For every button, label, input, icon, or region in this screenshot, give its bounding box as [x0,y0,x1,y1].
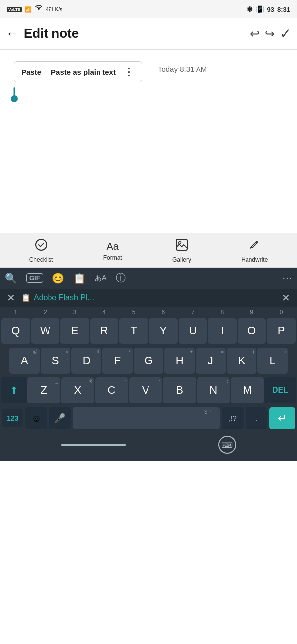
dot-key[interactable]: . [246,407,267,429]
redo-button[interactable]: ↪ [265,27,275,41]
number-row: 1 2 3 4 5 6 7 8 9 0 [0,307,297,316]
key-w[interactable]: W [31,318,60,344]
gallery-tool[interactable]: Gallery [172,238,191,263]
key-t[interactable]: T [119,318,148,344]
shift-key[interactable]: ⬆ [1,377,27,403]
svg-rect-2 [176,239,187,250]
clipboard-item-icon: 📋 [21,293,31,302]
kb-search-icon[interactable]: 🔍 [5,272,17,284]
key-p[interactable]: P [267,318,296,344]
handwrite-label: Handwrite [241,256,268,263]
kb-clipboard-icon[interactable]: 📋 [73,272,86,284]
key-i[interactable]: I [208,318,237,344]
num-8[interactable]: 8 [207,309,237,316]
battery-level: 93 [267,6,274,13]
enter-key[interactable]: ↵ [269,407,295,429]
key-b[interactable]: B [163,377,196,403]
key-k[interactable]: (K [227,348,257,374]
numbers-key[interactable]: 123 [2,409,23,427]
format-label: Format [103,254,122,261]
back-button[interactable]: ← [6,26,19,41]
key-j[interactable]: =J [196,348,226,374]
format-icon: Aa [106,241,118,252]
app-bar-actions: ↩ ↪ ✓ [250,25,291,42]
home-pill[interactable] [61,444,126,446]
num-7[interactable]: 7 [178,309,208,316]
keyboard-top-row: 🔍 GIF 😊 📋 あA ⓘ ⋯ [0,268,297,289]
note-timestamp: Today 8:31 AM [158,65,207,73]
zxcv-row: ⬆ _Z ₹X "C 'V B :N ;M DEL [0,376,297,405]
svg-point-0 [38,8,40,10]
checklist-label: Checklist [29,256,53,263]
save-button[interactable]: ✓ [280,25,291,42]
num-2[interactable]: 2 [31,309,60,316]
emoji-key[interactable]: ☺ [25,407,47,429]
keyboard-area: 🔍 GIF 😊 📋 あA ⓘ ⋯ ✕ 📋 Adobe Flash Pl... ✕… [0,268,297,461]
clipboard-dismiss-left[interactable]: ✕ [7,292,15,304]
num-5[interactable]: 5 [119,309,148,316]
key-a[interactable]: @A [9,348,40,374]
key-s[interactable]: #S [41,348,71,374]
key-c[interactable]: "C [95,377,128,403]
key-d[interactable]: &D [71,348,101,374]
key-z[interactable]: _Z [27,377,60,403]
num-9[interactable]: 9 [237,309,267,316]
key-u[interactable]: U [179,318,207,344]
status-bar: VoLTE 📶 471 K/s ✱ 📳 93 8:31 [0,0,297,18]
kb-translate-icon[interactable]: あA [95,273,107,283]
key-n[interactable]: :N [197,377,230,403]
text-input-area[interactable] [0,82,297,132]
key-f[interactable]: *F [102,348,133,374]
paste-toolbar: Paste Paste as plain text ⋮ [14,61,142,82]
kb-more-icon[interactable]: ⋯ [282,272,292,284]
page-title: Edit note [24,26,250,41]
num-6[interactable]: 6 [148,309,178,316]
checklist-tool[interactable]: Checklist [29,238,53,263]
keyboard-icon[interactable]: ⌨ [218,436,236,454]
gallery-icon [175,238,188,254]
wifi-icon [35,5,43,13]
status-right: ✱ 📳 93 8:31 [247,5,291,13]
status-left: VoLTE 📶 471 K/s [7,5,62,13]
key-h[interactable]: +H [164,348,195,374]
key-e[interactable]: E [60,318,89,344]
space-key[interactable]: SP [73,407,220,429]
undo-button[interactable]: ↩ [250,27,260,41]
qwerty-row: Q W E R T Y U I O P [0,316,297,346]
paste-more-button[interactable]: ⋮ [121,65,137,79]
space-sp-label: SP [204,409,211,415]
bottom-tools: Checklist Aa Format Gallery Handwrite [0,233,297,268]
svg-point-3 [178,242,181,244]
key-g[interactable]: -G [134,348,164,374]
kb-gif-button[interactable]: GIF [26,273,43,283]
num-0[interactable]: 0 [266,309,296,316]
format-tool[interactable]: Aa Format [103,241,122,261]
key-y[interactable]: Y [149,318,178,344]
kb-sticker-icon[interactable]: 😊 [52,272,64,284]
delete-key[interactable]: DEL [264,377,296,403]
key-q[interactable]: Q [1,318,30,344]
volte-badge: VoLTE [7,7,22,12]
paste-plain-button[interactable]: Paste as plain text [46,66,121,78]
num-4[interactable]: 4 [90,309,119,316]
key-v[interactable]: 'V [129,377,162,403]
handwrite-tool[interactable]: Handwrite [241,238,268,263]
clipboard-suggestion-text[interactable]: Adobe Flash Pl... [34,293,282,302]
clipboard-dismiss-right[interactable]: ✕ [282,292,290,304]
data-speed: 471 K/s [46,7,62,12]
num-3[interactable]: 3 [60,309,90,316]
key-r[interactable]: R [90,318,119,344]
mic-key[interactable]: 🎤 [49,407,71,429]
note-area[interactable]: Paste Paste as plain text ⋮ Today 8:31 A… [0,50,297,233]
gallery-label: Gallery [172,256,191,263]
time-display: 8:31 [277,6,290,13]
key-o[interactable]: O [238,318,266,344]
paste-button[interactable]: Paste [19,66,46,78]
kb-info-icon[interactable]: ⓘ [116,271,126,285]
key-x[interactable]: ₹X [61,377,95,403]
num-1[interactable]: 1 [1,309,31,316]
punct-key[interactable]: ,!? [222,407,244,429]
clipboard-row: ✕ 📋 Adobe Flash Pl... ✕ [0,289,297,307]
key-l[interactable]: )L [257,348,288,374]
key-m[interactable]: ;M [231,377,264,403]
